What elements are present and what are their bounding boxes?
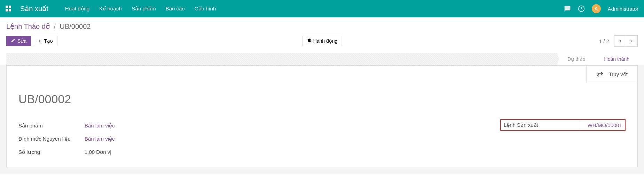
record-title: UB/00002 <box>18 92 626 106</box>
apps-icon[interactable] <box>6 6 12 12</box>
toolbar-center: Hành động <box>302 36 342 46</box>
breadcrumb: Lệnh Tháo dỡ / UB/00002 <box>6 22 638 31</box>
status-bar: Dự thảo Hoàn thành <box>6 53 638 65</box>
pencil-icon <box>11 38 15 44</box>
field-divider <box>582 122 582 128</box>
value-bom[interactable]: Bàn làm việc <box>85 136 115 142</box>
pager-next-button[interactable] <box>626 35 638 47</box>
status-steps: Dự thảo Hoàn thành <box>561 53 638 65</box>
nav-item-activities[interactable]: Hoạt động <box>65 6 90 12</box>
label-bom: Định mức Nguyên liệu <box>18 136 85 142</box>
pager-text[interactable]: 1 / 2 <box>599 38 609 44</box>
breadcrumb-sep: / <box>54 23 56 30</box>
row-bom: Định mức Nguyên liệu Bàn làm việc <box>18 132 479 146</box>
app-brand[interactable]: Sản xuất <box>20 5 48 13</box>
label-qty: Số lượng <box>18 149 85 155</box>
nav-item-reports[interactable]: Báo cáo <box>166 6 185 12</box>
toolbar-right: 1 / 2 <box>599 35 638 47</box>
navbar-right: A Administrator <box>564 4 638 13</box>
nav-menu: Hoạt động Kế hoạch Sản phẩm Báo cáo Cấu … <box>65 6 216 12</box>
form-columns: Sản phẩm Bàn làm việc Định mức Nguyên li… <box>18 119 626 159</box>
exchange-icon <box>596 70 604 78</box>
nav-item-products[interactable]: Sản phẩm <box>132 6 156 12</box>
row-qty: Số lượng 1,00 Đơn vị <box>18 146 479 159</box>
form-col-right: Lệnh Sản xuất WH/MO/00001 <box>500 119 626 159</box>
value-qty: 1,00 Đơn vị <box>85 149 111 155</box>
navbar-left: Sản xuất Hoạt động Kế hoạch Sản phẩm Báo… <box>6 5 216 13</box>
form-col-left: Sản phẩm Bàn làm việc Định mức Nguyên li… <box>18 119 479 159</box>
create-button-label: Tạo <box>44 38 53 44</box>
row-manufacturing-order: Lệnh Sản xuất WH/MO/00001 <box>500 119 626 131</box>
chevron-right-icon <box>630 39 634 43</box>
row-product: Sản phẩm Bàn làm việc <box>18 119 479 132</box>
pager-buttons <box>614 35 638 47</box>
avatar[interactable]: A <box>592 4 601 13</box>
breadcrumb-current: UB/00002 <box>60 23 91 30</box>
activity-clock-icon[interactable] <box>578 5 585 12</box>
nav-item-planning[interactable]: Kế hoạch <box>99 6 122 12</box>
top-navbar: Sản xuất Hoạt động Kế hoạch Sản phẩm Báo… <box>0 0 644 17</box>
user-name[interactable]: Administrator <box>608 6 638 12</box>
stat-button-traceability[interactable]: Truy vết <box>586 66 637 83</box>
edit-button[interactable]: Sửa <box>6 36 31 46</box>
nav-item-config[interactable]: Cấu hình <box>195 6 216 12</box>
control-panel: Lệnh Tháo dỡ / UB/00002 Sửa Tạo Hành độn… <box>0 17 644 65</box>
sheet-body: UB/00002 Sản phẩm Bàn làm việc Định mức … <box>7 83 637 167</box>
status-step-done[interactable]: Hoàn thành <box>594 53 638 65</box>
action-button-label: Hành động <box>313 38 338 44</box>
stat-button-label: Truy vết <box>609 71 628 77</box>
discuss-icon[interactable] <box>564 5 571 12</box>
gear-icon <box>307 38 311 44</box>
value-product[interactable]: Bàn làm việc <box>85 123 115 129</box>
plus-icon <box>38 38 42 44</box>
action-button[interactable]: Hành động <box>302 36 342 46</box>
form-sheet: Truy vết UB/00002 Sản phẩm Bàn làm việc … <box>6 65 638 167</box>
pager-prev-button[interactable] <box>614 35 626 47</box>
label-product: Sản phẩm <box>18 123 85 129</box>
toolbar: Sửa Tạo Hành động 1 / 2 <box>6 35 638 47</box>
value-mo[interactable]: WH/MO/00001 <box>588 122 622 128</box>
breadcrumb-root[interactable]: Lệnh Tháo dỡ <box>6 23 50 30</box>
create-button[interactable]: Tạo <box>34 36 57 46</box>
label-mo: Lệnh Sản xuất <box>504 122 582 128</box>
sheet-wrap: Truy vết UB/00002 Sản phẩm Bàn làm việc … <box>0 65 644 174</box>
stat-buttons: Truy vết <box>7 66 637 83</box>
edit-button-label: Sửa <box>17 38 26 44</box>
status-step-draft[interactable]: Dự thảo <box>561 53 594 65</box>
chevron-left-icon <box>619 39 622 43</box>
